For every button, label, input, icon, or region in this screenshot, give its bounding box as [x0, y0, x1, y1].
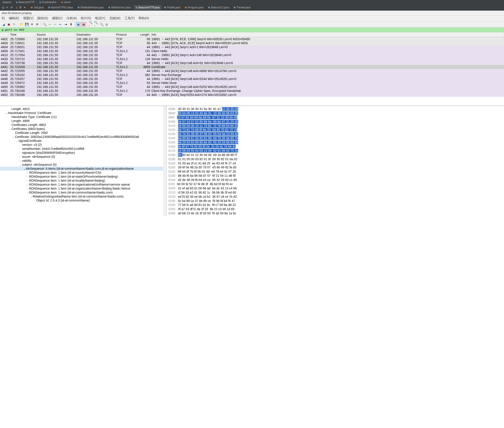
hex-row[interactable]: 011003 55 04 0b 13 1c 73 65 72 76 69 63 …	[168, 124, 502, 128]
hex-row[interactable]: 01f0b0 00 fe 52 37 f4 88 3f 8b 6d 0f bb …	[168, 182, 502, 186]
menu-item[interactable]: 无线(W)	[109, 16, 120, 20]
tree-twisty-icon[interactable]: ›	[26, 171, 29, 174]
tree-twisty-icon[interactable]: ›	[19, 159, 22, 162]
hex-row[interactable]: 02503f a7 53 df f1 da 2f 29 6b 22 c3 e9 …	[168, 207, 502, 211]
tree-node[interactable]: ⌄Handshake Protocol: Certificate	[0, 111, 167, 115]
tree-node[interactable]: serialNumber: 0x4417ce86ef82ec6921cc6f68	[0, 147, 167, 151]
hex-row[interactable]: 00e055 04 06 13 02 43 4e 31 10 30 0e 06 …	[168, 111, 502, 115]
zoom-reset-icon[interactable]: 🔍	[99, 22, 104, 26]
packet-row[interactable]: 445125.730168192.168.131.55192.168.131.5…	[0, 89, 504, 93]
col-info[interactable]: Info	[150, 32, 504, 37]
tree-node[interactable]: ›issuer: rdnSequence (0)	[0, 155, 167, 159]
crumb-2[interactable]: ◉ PostHandler	[38, 1, 57, 4]
tree-node[interactable]: ›RDNSequence item: 1 item (id-at-organiz…	[0, 187, 167, 190]
gear-icon[interactable]: ⚙	[19, 6, 22, 9]
packet-row[interactable]: 440225.715990192.168.131.55192.168.131.5…	[0, 37, 504, 41]
col-no[interactable]	[0, 32, 9, 37]
tree-twisty-icon[interactable]: ›	[26, 179, 29, 182]
open-icon[interactable]: 📁	[19, 22, 24, 26]
tree-node[interactable]: ⌄subject: rdnSequence (0)	[0, 163, 167, 167]
tree-node[interactable]: ⌄Certificate: 30820a12308208faa003020102…	[0, 135, 167, 139]
tree-node[interactable]: ⌄Certificates (4803 bytes)	[0, 127, 167, 131]
hex-row[interactable]: 01806d 30 82 01 22 30 0d 06 09 2a 86 48 …	[168, 153, 502, 157]
tree-twisty-icon[interactable]: ⌄	[19, 163, 22, 166]
hex-row[interactable]: 01d086 4b f6 6a 86 58 d7 57 6f 21 59 11 …	[168, 174, 502, 178]
resize-cols-icon[interactable]: ⫼	[105, 22, 109, 26]
layout-icon[interactable]: ≣	[81, 22, 86, 26]
tree-twisty-icon[interactable]: ⌄	[16, 139, 18, 142]
packet-row[interactable]: 445225.730186192.168.131.55192.168.131.5…	[0, 93, 504, 97]
col-destination[interactable]: Destination	[75, 32, 115, 37]
reload-icon[interactable]: ⟳	[35, 22, 40, 26]
stop-icon[interactable]: ◼	[7, 22, 11, 26]
hex-row[interactable]: 00f013 07 62 65 69 6a 69 6e 67 31 10 30 …	[168, 115, 502, 120]
restart-icon[interactable]: ↻	[12, 22, 16, 26]
hex-row[interactable]: 017010 06 03 55 04 03 13 09 62 61 69 64 …	[168, 149, 502, 153]
menu-item[interactable]: 捕获(C)	[52, 16, 63, 20]
packet-row[interactable]: 440325.716021192.168.131.55192.168.131.5…	[0, 41, 504, 45]
crumb-3[interactable]: ◉ serve	[60, 1, 71, 4]
hex-row[interactable]: 01406a 69 6e 67 20 42 61 69 64 75 20 4e …	[168, 136, 502, 140]
tree-node[interactable]: Length: 4810	[0, 107, 167, 111]
tree-twisty-icon[interactable]: ›	[26, 175, 29, 178]
hex-row[interactable]: 01a001 00 aa 2f cc 41 8d 25 ae 83 e9 f4 …	[168, 161, 502, 165]
col-length[interactable]: Length	[139, 32, 150, 37]
tree-node[interactable]: Object Id: 2.5.4.3 (id-at-commonName)	[0, 198, 167, 202]
save-icon[interactable]: 💾	[24, 22, 29, 26]
hex-row[interactable]: 0260a0 b8 13 4e 16 3f 03 93 f0 a5 59 8a …	[168, 211, 502, 215]
col-source[interactable]: Source	[35, 32, 75, 37]
packet-row[interactable]: 440425.716031192.168.131.55192.168.131.5…	[0, 45, 504, 49]
tree-node[interactable]: ›signature (sha256WithRSAEncryption)	[0, 151, 167, 155]
tree-twisty-icon[interactable]: ⌄	[30, 195, 33, 198]
tree-node[interactable]: ⌄rdnSequence: 6 items (id-at-commonName=…	[0, 167, 167, 171]
hex-row[interactable]: 019001 01 05 00 03 82 01 0f 00 30 82 01 …	[168, 157, 502, 161]
hex-row[interactable]: 0210cf 56 53 e2 d1 96 82 1c 06 bb 9b 5f …	[168, 190, 502, 195]
tree-node[interactable]: Certificate Length: 2582	[0, 131, 167, 135]
menu-item[interactable]: E)	[2, 16, 5, 20]
menu-item[interactable]: 帮助(H)	[138, 16, 149, 20]
tree-node[interactable]: ⌄signedCertificate	[0, 139, 167, 143]
tree-node[interactable]: ›validity	[0, 159, 167, 163]
col-protocol[interactable]: Protocol	[115, 32, 139, 37]
hex-row[interactable]: 02305c b4 88 ca 37 6e 8b ce f9 96 fd b4 …	[168, 199, 502, 203]
hex-row[interactable]: 00d030 35 31 36 30 31 5a 30 81 a7 31 0b …	[168, 107, 502, 111]
shark-fin-icon[interactable]: ◢	[1, 22, 6, 26]
menu-item[interactable]: 电话(Y)	[95, 16, 105, 20]
align-icon[interactable]: ≡	[6, 6, 8, 9]
scrollbar[interactable]	[163, 106, 167, 216]
menu-item[interactable]: 跳转(G)	[37, 16, 48, 20]
tree-twisty-icon[interactable]: ⌄	[9, 127, 11, 131]
hex-row[interactable]: 01e0d2 de 36 28 f6 b4 e3 ce 95 32 29 00 …	[168, 178, 502, 182]
tree-node[interactable]: Handshake Type: Certificate (11)	[0, 115, 167, 119]
tree-twisty-icon[interactable]: ›	[26, 187, 29, 190]
next-icon[interactable]: ⇨	[53, 22, 57, 26]
col-time[interactable]: Time	[9, 32, 35, 37]
packet-bytes-hex[interactable]: 00d030 35 31 36 30 31 5a 30 81 a7 31 0b …	[167, 106, 504, 216]
hex-row[interactable]: 01506d 20 53 63 69 65 6e 63 65 20 54 65 …	[168, 140, 502, 145]
tree-node[interactable]: Certificates Length: 4803	[0, 123, 167, 127]
tree-twisty-icon[interactable]: ⌄	[12, 135, 15, 139]
zoom-out-icon[interactable]: 🔍⁻	[94, 22, 98, 26]
tree-node[interactable]: ›RDNSequence item: 1 item (id-at-organiz…	[0, 182, 167, 187]
tree-twisty-icon[interactable]: ⌄	[5, 111, 8, 115]
tree-node[interactable]: ›RDNSequence item: 1 item (id-at-country…	[0, 171, 167, 174]
packet-row[interactable]: 440925.717041192.168.131.55192.168.131.5…	[0, 49, 504, 53]
ide-tab[interactable]: Job.java	[29, 5, 46, 10]
auto-scroll-icon[interactable]: ⬇	[69, 22, 73, 26]
ide-tab[interactable]: NanoHTTPD.class	[46, 5, 75, 10]
packet-row[interactable]: 444225.722055192.168.131.55192.168.131.5…	[0, 69, 504, 73]
ide-tab[interactable]: Profile.java	[162, 5, 183, 10]
hex-row[interactable]: 010004 07 13 07 62 65 69 6a 69 6e 67 31 …	[168, 120, 502, 124]
tree-node[interactable]: ⌄RDNSequence item: 1 item (id-at-commonN…	[0, 190, 167, 194]
packet-row[interactable]: 443325.720722192.168.131.55192.168.131.5…	[0, 57, 504, 61]
tree-node[interactable]: ›RDNSequence item: 1 item (id-at-localit…	[0, 179, 167, 182]
hex-row[interactable]: 020031 ef ad b5 0c 06 66 ad be dc 43 13 …	[168, 186, 502, 190]
compass-icon[interactable]: ◎	[2, 6, 4, 9]
hex-row[interactable]: 01306e 74 31 39 30 37 06 03 55 04 0a 13 …	[168, 132, 502, 136]
hex-row[interactable]: 012065 72 61 74 69 6f 6e 20 64 65 70 61 …	[168, 128, 502, 132]
ide-tab[interactable]: BeaconC2.java	[206, 5, 231, 10]
tree-twisty-icon[interactable]: ›	[19, 155, 22, 158]
hex-row[interactable]: 01c098 b5 df 7b 6f bb 02 dd ed 78 e4 0c …	[168, 169, 502, 174]
menu-item[interactable]: 编辑(E)	[9, 16, 19, 20]
tree-node[interactable]: Length: 4806	[0, 119, 167, 123]
